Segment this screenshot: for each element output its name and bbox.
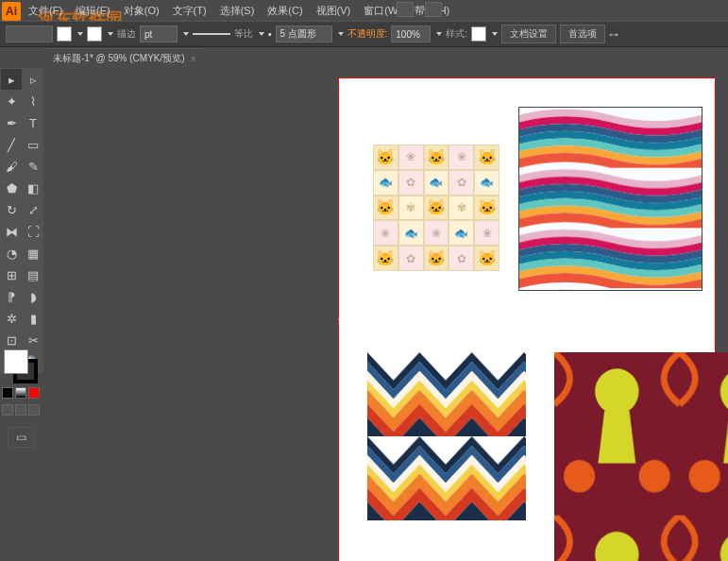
artboard: 🐱❀🐱❀🐱 🐟✿🐟✿🐟 🐱✾🐱✾🐱 ❀🐟❀🐟❀ 🐱✿🐱✿🐱 [338,77,716,561]
fill-swatch[interactable] [57,26,72,42]
draw-behind[interactable] [15,404,26,416]
slice-tool[interactable]: ✂ [23,330,43,350]
pen-tool[interactable]: ✒ [1,112,22,133]
menu-effect[interactable]: 效果(C) [262,2,308,20]
canvas-area[interactable]: 🐱❀🐱❀🐱 🐟✿🐟✿🐟 🐱✾🐱✾🐱 ❀🐟❀🐟❀ 🐱✿🐱✿🐱 [45,68,728,561]
svg-rect-1 [519,108,702,290]
draw-normal[interactable] [2,404,13,416]
gradient-mode[interactable] [15,387,26,399]
direct-selection-tool[interactable]: ▹ [23,69,43,90]
strokeweight-dropdown-icon[interactable] [183,32,189,36]
menu-edit[interactable]: 编辑(E) [70,2,116,20]
svg-rect-2 [367,352,526,520]
rotate-tool[interactable]: ↻ [1,199,22,220]
control-bar: 描边 pt 等比 • 5 点圆形 不透明度: 100% 样式: 文档设置 首选项… [0,21,728,47]
document-tab[interactable]: 未标题-1* @ 59% (CMYK/预览) × [45,48,203,68]
placed-image-cats[interactable]: 🐱❀🐱❀🐱 🐟✿🐟✿🐟 🐱✾🐱✾🐱 ❀🐟❀🐟❀ 🐱✿🐱✿🐱 [373,144,499,271]
symbol-sprayer-tool[interactable]: ✲ [1,308,22,329]
menu-file[interactable]: 文件(F) [23,2,68,20]
layout-icon-1[interactable] [397,2,414,17]
profile-label: 等比 [234,27,253,41]
stroke-weight-field[interactable]: pt [140,26,178,42]
column-graph-tool[interactable]: ▮ [23,308,43,329]
fill-stroke-indicator[interactable] [4,349,40,385]
color-mode[interactable] [2,387,13,399]
stroke-label: 描边 [117,27,136,41]
layout-icon-2[interactable] [425,2,442,17]
blob-brush-tool[interactable]: ⬟ [1,178,22,198]
draw-inside[interactable] [28,404,40,416]
none-mode[interactable] [28,387,40,399]
menubar: 文件(F) 编辑(E) 对象(O) 文字(T) 选择(S) 效果(C) 视图(V… [23,0,455,21]
width-tool[interactable]: ⧓ [1,221,22,242]
placed-image-ornate[interactable] [554,352,728,561]
type-tool[interactable]: T [23,112,43,133]
scale-tool[interactable]: ⤢ [23,199,43,220]
free-transform-tool[interactable]: ⛶ [23,221,43,242]
fill-dropdown-icon[interactable] [77,32,83,36]
artboard-tool[interactable]: ⊡ [1,330,22,350]
document-tabs: 未标题-1* @ 59% (CMYK/预览) × [45,47,203,68]
menu-select[interactable]: 选择(S) [214,2,261,20]
style-swatch[interactable] [471,26,486,42]
tab-title: 未标题-1* @ 59% (CMYK/预览) [53,52,185,65]
stroke-dropdown-icon[interactable] [108,32,113,36]
line-tool[interactable]: ╱ [1,134,22,155]
stroke-profile-preview [193,33,230,35]
menu-view[interactable]: 视图(V) [311,2,357,20]
stroke-swatch[interactable] [87,26,102,42]
preferences-button[interactable]: 首选项 [560,25,605,43]
document-setup-button[interactable]: 文档设置 [501,25,556,43]
opacity-label: 不透明度: [347,27,388,41]
placed-image-waves[interactable] [518,107,703,291]
eraser-tool[interactable]: ◧ [23,178,43,198]
placed-image-chevron[interactable] [367,352,526,520]
tab-close-icon[interactable]: × [191,54,196,64]
brush-dropdown-icon[interactable] [338,32,344,36]
svg-rect-7 [554,352,728,561]
menu-type[interactable]: 文字(T) [167,2,212,20]
brush-field[interactable]: 5 点圆形 [276,26,332,42]
perspective-grid-tool[interactable]: ▦ [23,243,43,264]
magic-wand-tool[interactable]: ✦ [1,91,22,111]
toolbox: ▸ ▹ ✦ ⌇ ✒ T ╱ ▭ 🖌 ✎ ⬟ ◧ ↻ ⤢ ⧓ ⛶ ◔ ▦ ⊞ ▤ … [0,68,43,373]
selection-tool[interactable]: ▸ [1,69,22,90]
profile-dropdown-icon[interactable] [259,32,264,36]
lasso-tool[interactable]: ⌇ [23,91,43,111]
app-icon: Ai [2,2,21,21]
menu-object[interactable]: 对象(O) [118,2,165,20]
fill-box[interactable] [4,349,28,374]
paintbrush-tool[interactable]: 🖌 [1,156,22,177]
style-label: 样式: [446,27,467,41]
eyedropper-tool[interactable]: ⁋ [1,286,22,307]
blend-tool[interactable]: ◗ [23,286,43,307]
pencil-tool[interactable]: ✎ [23,156,43,177]
mesh-tool[interactable]: ⊞ [1,264,22,285]
opacity-dropdown-icon[interactable] [436,32,442,36]
screen-mode-button[interactable]: ▭ [8,427,34,448]
rectangle-tool[interactable]: ▭ [23,134,43,155]
style-dropdown-icon[interactable] [492,32,498,36]
opacity-field[interactable]: 100% [391,26,431,42]
shape-builder-tool[interactable]: ◔ [1,243,22,264]
noselection-display [6,26,53,42]
menu-layout-icons [397,2,442,17]
gradient-tool[interactable]: ▤ [23,264,43,285]
align-icon[interactable]: ⊶ [609,29,618,40]
color-mode-swatches [2,387,40,399]
draw-modes [2,404,40,416]
